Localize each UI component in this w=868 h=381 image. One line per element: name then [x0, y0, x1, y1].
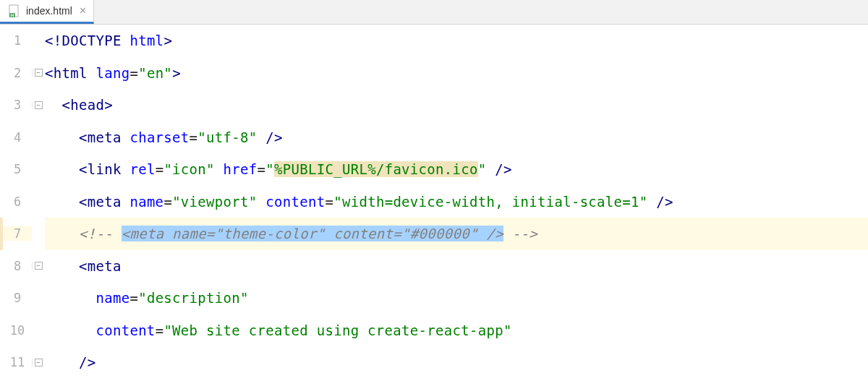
fold-toggle-icon[interactable]: −: [35, 69, 43, 77]
svg-text:H: H: [11, 13, 14, 17]
code-token: <meta: [79, 194, 129, 210]
close-icon[interactable]: ×: [80, 4, 86, 17]
code-token: />: [79, 354, 95, 370]
code-token: =: [190, 129, 198, 145]
code-line[interactable]: 2−<html lang="en">: [0, 57, 868, 90]
code-token: rel: [129, 161, 155, 177]
code-content[interactable]: <meta charset="utf-8" />: [45, 129, 868, 145]
line-number: 3: [3, 98, 32, 112]
code-token: DOCTYPE: [61, 33, 129, 48]
fold-toggle-icon[interactable]: −: [35, 359, 43, 367]
code-token: =: [129, 65, 138, 81]
code-token: <head>: [61, 97, 112, 113]
code-token: [215, 161, 224, 177]
code-token: "description": [138, 290, 249, 306]
code-content[interactable]: <!-- <meta name="theme-color" content="#…: [45, 226, 868, 241]
fold-gutter: −: [32, 101, 45, 109]
code-token: <link: [79, 161, 129, 177]
line-number: 2: [3, 66, 32, 80]
code-token: -->: [503, 226, 537, 241]
code-token: <meta: [79, 258, 122, 274]
code-token: <html: [45, 65, 95, 81]
code-token: html: [129, 33, 163, 48]
tab-bar: H index.html ×: [0, 0, 868, 25]
line-number: 9: [3, 291, 32, 305]
code-editor[interactable]: 1<!DOCTYPE html>2−<html lang="en">3− <he…: [0, 25, 868, 379]
code-content[interactable]: <!DOCTYPE html>: [45, 33, 868, 48]
line-number: 1: [3, 33, 32, 48]
code-token: "viewport": [172, 194, 257, 210]
line-number: 10: [3, 323, 32, 338]
code-line[interactable]: 5 <link rel="icon" href="%PUBLIC_URL%/fa…: [0, 153, 868, 186]
tab-filename: index.html: [26, 5, 72, 17]
code-token: <meta name="theme-color" content="#00000…: [122, 226, 503, 241]
code-token: ": [265, 161, 274, 177]
code-token: "utf-8": [197, 129, 257, 145]
code-content[interactable]: name="description": [45, 290, 868, 306]
code-token: "en": [138, 65, 172, 81]
code-token: >: [163, 33, 172, 48]
code-token: =: [156, 322, 164, 338]
code-content[interactable]: />: [45, 354, 868, 370]
code-token: "Web site created using create-react-app…: [163, 322, 511, 338]
fold-gutter: −: [32, 359, 45, 367]
code-line[interactable]: 1<!DOCTYPE html>: [0, 25, 868, 57]
code-content[interactable]: <meta: [45, 258, 868, 274]
html-file-icon: H: [7, 4, 22, 18]
code-token: =: [258, 161, 266, 177]
editor-tab[interactable]: H index.html ×: [0, 0, 94, 24]
line-number: 11: [3, 355, 32, 369]
code-token: =: [129, 290, 138, 306]
code-token: <!--: [79, 226, 122, 241]
code-line[interactable]: 9 name="description": [0, 282, 868, 314]
code-content[interactable]: <link rel="icon" href="%PUBLIC_URL%/favi…: [45, 161, 868, 177]
code-token: name: [95, 290, 129, 306]
code-token: name: [129, 194, 163, 210]
code-token: content: [265, 194, 325, 210]
code-token: />: [648, 194, 673, 210]
code-token: >: [172, 65, 181, 81]
code-line[interactable]: 6 <meta name="viewport" content="width=d…: [0, 186, 868, 218]
fold-gutter: −: [32, 262, 45, 270]
code-line[interactable]: 8− <meta: [0, 250, 868, 283]
code-content[interactable]: <head>: [45, 97, 868, 113]
code-token: [258, 194, 266, 210]
code-token: lang: [95, 65, 129, 81]
code-token: ": [478, 161, 487, 177]
code-line[interactable]: 10 content="Web site created using creat…: [0, 314, 868, 347]
code-content[interactable]: content="Web site created using create-r…: [45, 322, 868, 338]
code-token: />: [487, 161, 512, 177]
code-token: "icon": [163, 161, 214, 177]
code-token: charset: [129, 129, 189, 145]
fold-gutter: −: [32, 69, 45, 77]
code-token: content: [95, 322, 155, 338]
line-number: 8: [3, 259, 32, 273]
code-token: "width=device-width, initial-scale=1": [333, 194, 647, 210]
code-token: =: [163, 194, 172, 210]
code-content[interactable]: <meta name="viewport" content="width=dev…: [45, 194, 868, 210]
line-number: 4: [3, 130, 32, 145]
code-token: =: [325, 194, 333, 210]
line-number: 6: [3, 194, 32, 209]
fold-toggle-icon[interactable]: −: [35, 262, 43, 270]
line-number: 7: [3, 226, 32, 241]
code-token: =: [156, 161, 164, 177]
code-line[interactable]: 7 <!-- <meta name="theme-color" content=…: [0, 218, 868, 250]
fold-toggle-icon[interactable]: −: [35, 101, 43, 109]
code-token: <!: [45, 33, 61, 48]
code-token: %PUBLIC_URL%/favicon.ico: [274, 161, 478, 177]
line-number: 5: [3, 162, 32, 176]
code-line[interactable]: 11− />: [0, 346, 868, 379]
code-line[interactable]: 4 <meta charset="utf-8" />: [0, 121, 868, 154]
code-token: />: [258, 129, 283, 145]
code-token: href: [224, 161, 258, 177]
code-token: <meta: [79, 129, 129, 145]
code-line[interactable]: 3− <head>: [0, 89, 868, 121]
code-content[interactable]: <html lang="en">: [45, 65, 868, 81]
